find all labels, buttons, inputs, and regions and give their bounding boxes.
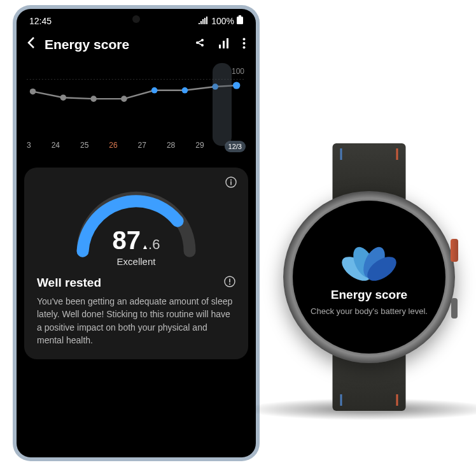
score-decimal: .6 xyxy=(148,236,160,253)
signal-icon xyxy=(199,16,209,26)
date-label[interactable]: 27 xyxy=(138,141,146,152)
svg-rect-7 xyxy=(227,38,228,48)
status-time: 12:45 xyxy=(29,16,52,26)
svg-point-13 xyxy=(60,94,67,101)
date-label[interactable]: 29 xyxy=(195,141,204,152)
svg-rect-22 xyxy=(230,182,232,185)
svg-rect-5 xyxy=(219,45,221,48)
back-button[interactable] xyxy=(27,36,36,53)
summary-title: Well rested xyxy=(37,276,101,290)
date-label[interactable]: 25 xyxy=(80,141,88,152)
date-label[interactable]: 26 xyxy=(109,141,117,152)
date-label[interactable]: 24 xyxy=(52,141,60,152)
score-value: 87 xyxy=(113,226,141,255)
svg-rect-0 xyxy=(237,17,243,24)
svg-point-10 xyxy=(243,46,246,48)
camera-hole xyxy=(132,15,140,23)
phone-device: 12:45 100% Energy score xyxy=(13,5,260,461)
phone-screen: 12:45 100% Energy score xyxy=(17,9,256,457)
trend-chart[interactable]: 100 3 24 25 26 27 28 29 1 xyxy=(17,59,256,161)
score-card: 87 ▴ .6 Excellent Well rested You've bee… xyxy=(24,168,248,359)
svg-point-4 xyxy=(201,44,204,46)
info-icon[interactable] xyxy=(225,176,237,190)
svg-rect-24 xyxy=(229,279,230,283)
watch-side-button[interactable] xyxy=(451,298,458,318)
more-icon[interactable] xyxy=(242,38,246,52)
svg-rect-6 xyxy=(223,41,225,48)
svg-point-9 xyxy=(243,42,246,45)
svg-point-17 xyxy=(182,87,188,94)
y-axis-max-label: 100 xyxy=(232,67,244,76)
svg-rect-1 xyxy=(239,15,241,17)
watch-device: Energy score Check your body's battery l… xyxy=(274,143,465,411)
svg-point-12 xyxy=(30,89,36,95)
svg-point-16 xyxy=(151,87,158,94)
svg-point-21 xyxy=(230,179,232,180)
watch-title: Energy score xyxy=(331,288,407,302)
warning-icon[interactable] xyxy=(224,276,235,290)
watch-screen[interactable]: Energy score Check your body's battery l… xyxy=(293,201,445,354)
gauge: 87 ▴ .6 Excellent xyxy=(37,183,235,267)
summary-body: You've been getting an adequate amount o… xyxy=(37,295,235,347)
trend-up-icon: ▴ xyxy=(143,242,147,251)
svg-point-25 xyxy=(229,283,230,285)
svg-point-15 xyxy=(121,96,127,102)
energy-petals-icon xyxy=(337,237,401,282)
header: Energy score xyxy=(17,30,256,59)
share-icon[interactable] xyxy=(194,38,206,52)
battery-text: 100% xyxy=(211,16,234,26)
watch-crown[interactable] xyxy=(451,239,458,262)
svg-point-3 xyxy=(196,41,199,44)
date-label[interactable]: 28 xyxy=(167,141,175,152)
watch-body: Energy score Check your body's battery l… xyxy=(283,191,455,363)
bars-icon[interactable] xyxy=(218,38,230,52)
svg-point-2 xyxy=(201,39,204,41)
svg-point-8 xyxy=(243,38,246,40)
selected-column-highlight xyxy=(213,63,232,146)
battery-icon xyxy=(237,15,243,26)
watch-subtitle: Check your body's battery level. xyxy=(311,306,428,317)
page-title: Energy score xyxy=(45,37,185,52)
svg-point-19 xyxy=(233,82,240,89)
svg-point-14 xyxy=(90,96,97,102)
score-label: Excellent xyxy=(117,256,156,267)
date-label[interactable]: 3 xyxy=(27,141,31,152)
